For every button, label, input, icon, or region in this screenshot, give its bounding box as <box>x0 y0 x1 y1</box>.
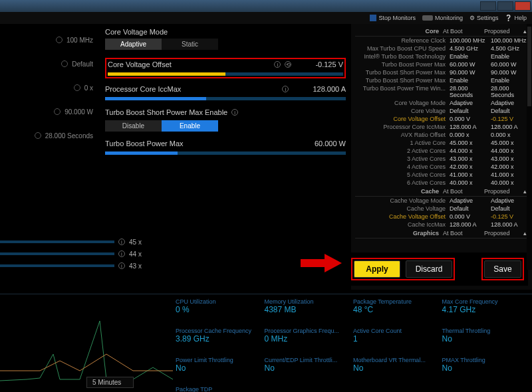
radio-icon <box>54 108 61 115</box>
stat-tile: Max Core Frequency4.17 GHz <box>442 298 530 326</box>
stat-value: 1 <box>353 334 441 343</box>
monitoring-panel: 5 Minutes CPU Utilization0 %Memory Utili… <box>0 294 532 392</box>
stat-value: 3.89 GHz <box>176 334 263 343</box>
discard-button[interactable]: Discard <box>406 260 452 278</box>
stat-tile: Memory Utilization4387 MB <box>265 298 352 326</box>
stat-label: Memory Utilization <box>265 298 352 305</box>
section-header: CacheAt BootProposed▴ <box>355 187 528 197</box>
stat-tile: CPU Utilization0 % <box>176 298 263 326</box>
core-voltage-mode-label: Core Voltage Mode <box>105 28 346 36</box>
stat-value: No <box>442 363 530 373</box>
close-button[interactable] <box>515 1 531 11</box>
stat-tile: Motherboard VR Thermal...No <box>353 357 441 385</box>
save-button[interactable]: Save <box>484 260 521 278</box>
multiplier-stack: i45 xi44 xi43 x <box>0 236 153 272</box>
scrollbar[interactable] <box>527 24 532 270</box>
stat-value: 0 MHz <box>265 334 352 343</box>
toggle-enable[interactable]: Enable <box>162 120 218 132</box>
stat-value: No <box>265 363 352 373</box>
scrollbar-thumb[interactable] <box>527 27 531 106</box>
left-item[interactable]: 0 x <box>3 76 97 100</box>
core-voltage-offset-label: Core Voltage Offset <box>108 60 172 68</box>
stat-tile: Current/EDP Limit Throttli...No <box>265 357 352 385</box>
menu-monitoring[interactable]: Monitoring <box>422 15 463 21</box>
tab-static[interactable]: Static <box>162 39 218 50</box>
radio-icon <box>61 60 68 67</box>
summary-row: Cache VoltageDefaultDefault <box>355 205 528 213</box>
menu-stop-monitors[interactable]: Stop Monitors <box>370 15 416 21</box>
info-icon[interactable]: i <box>282 86 289 92</box>
summary-row: Core Voltage ModeAdaptiveAdaptive <box>355 99 528 107</box>
left-item[interactable]: 28.000 Seconds <box>3 124 97 147</box>
iccmax-label: Processor Core IccMax <box>105 85 181 93</box>
multiplier-value: 43 x <box>129 262 153 270</box>
menu-help[interactable]: ❔ Help <box>505 15 527 21</box>
summary-row: Cache IccMax128.000 A128.000 A <box>355 221 528 229</box>
summary-row: Reference Clock100.000 MHz100.000 MHz <box>355 37 528 45</box>
stat-tile: Thermal ThrottlingNo <box>442 328 530 355</box>
section-header: GraphicsAt BootProposed▴ <box>355 229 528 239</box>
left-item-label: 90.000 W <box>65 108 93 116</box>
reset-icon[interactable]: ⟲ <box>285 61 291 68</box>
multiplier-row[interactable]: i43 x <box>0 260 153 272</box>
radio-icon <box>74 84 80 91</box>
iccmax-slider[interactable] <box>105 97 346 100</box>
section-header: CoreAt BootProposed▴ <box>355 27 528 37</box>
multiplier-slider[interactable] <box>0 241 114 243</box>
stat-label: CPU Utilization <box>176 298 263 305</box>
multiplier-row[interactable]: i44 x <box>0 248 153 260</box>
multiplier-row[interactable]: i45 x <box>0 236 153 248</box>
stat-label: Active Core Count <box>353 328 441 334</box>
toggle-disable[interactable]: Disable <box>105 120 162 132</box>
highlight-apply-discard: Apply Discard <box>351 258 455 280</box>
stat-label: Power Limit Throttling <box>176 357 263 363</box>
stat-value: 4.17 GHz <box>442 305 530 314</box>
multiplier-slider[interactable] <box>0 252 114 255</box>
summary-row: Turbo Boost Power Max60.000 W60.000 W <box>355 60 528 68</box>
summary-row: Turbo Boost Power Time Win...28.000 Seco… <box>355 84 528 99</box>
stat-label: Current/EDP Limit Throttli... <box>265 357 352 363</box>
highlight-core-voltage-offset: Core Voltage Offset i ⟲ -0.125 V <box>105 58 346 78</box>
summary-row: 1 Active Core45.000 x45.000 x <box>355 139 528 147</box>
info-icon[interactable]: i <box>118 250 125 257</box>
menu-settings[interactable]: ⚙ Settings <box>469 15 499 21</box>
monitor-icon <box>422 15 433 21</box>
iccmax-value: 128.000 A <box>313 85 346 93</box>
left-item-label: Default <box>72 60 93 68</box>
stat-value: No <box>442 334 530 343</box>
summary-row: 4 Active Cores42.000 x42.000 x <box>355 163 528 171</box>
stat-value: 48 °C <box>353 305 441 314</box>
summary-row: 2 Active Cores44.000 x44.000 x <box>355 147 528 155</box>
turbo-power-value: 60.000 W <box>315 140 346 147</box>
apply-button[interactable]: Apply <box>354 260 400 278</box>
stat-label: Package Temperature <box>353 298 441 305</box>
info-icon[interactable]: i <box>118 262 125 269</box>
stat-tile: PMAX ThrottlingNo <box>442 357 530 385</box>
minimize-button[interactable] <box>480 1 496 11</box>
turbo-enable-toggle[interactable]: Disable Enable <box>105 120 218 132</box>
left-item[interactable]: 100 MHz <box>3 28 97 52</box>
stat-label: PMAX Throttling <box>442 357 530 363</box>
left-item[interactable]: Default <box>3 52 97 76</box>
radio-icon <box>35 132 41 139</box>
stat-tile: Processor Graphics Frequ...0 MHz <box>265 328 352 355</box>
stats-grid: CPU Utilization0 %Memory Utilization4387… <box>173 294 532 392</box>
info-icon[interactable]: i <box>118 239 125 245</box>
turbo-power-slider[interactable] <box>105 151 346 155</box>
summary-row: Cache Voltage Offset0.000 V-0.125 V <box>355 213 528 221</box>
time-range-select[interactable]: 5 Minutes <box>86 377 134 388</box>
multiplier-slider[interactable] <box>0 264 114 267</box>
stat-label: Package TDP <box>176 386 263 392</box>
maximize-button[interactable] <box>497 1 513 11</box>
summary-row: Core VoltageDefaultDefault <box>355 107 528 115</box>
stat-tile: Active Core Count1 <box>353 328 441 355</box>
summary-row: AVX Ratio Offset0.000 x0.000 x <box>355 131 528 139</box>
info-icon[interactable]: i <box>231 109 238 116</box>
left-item[interactable]: 90.000 W <box>3 100 97 124</box>
right-summary-panel: CoreAt BootProposed▴Reference Clock100.0… <box>351 24 532 290</box>
info-icon[interactable]: i <box>274 61 281 68</box>
stat-label: Motherboard VR Thermal... <box>353 357 441 363</box>
tab-adaptive[interactable]: Adaptive <box>105 39 162 50</box>
action-bar: Apply Discard Save <box>347 252 528 286</box>
core-voltage-offset-slider[interactable] <box>108 72 343 76</box>
